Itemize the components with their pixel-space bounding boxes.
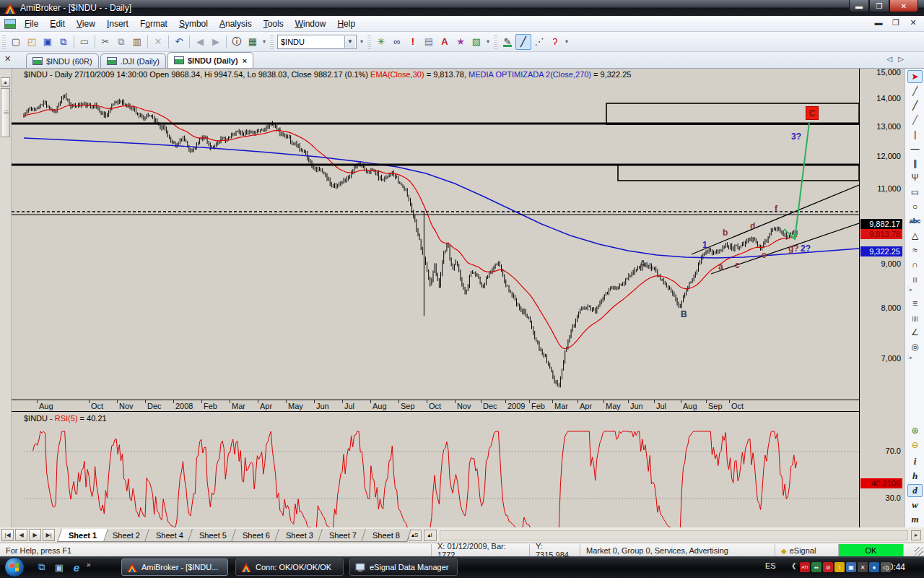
save-icon[interactable]: ▣ (40, 34, 56, 50)
speaker-tray-icon[interactable]: ◁) (881, 562, 891, 572)
globe-network-tray-icon[interactable]: ● (869, 562, 879, 572)
toolbar-overflow-icon[interactable]: ▾ (563, 38, 570, 45)
horizontal-segment-icon[interactable]: ― (907, 142, 923, 155)
paste-icon[interactable]: ▥ (129, 34, 145, 50)
pitchfork-icon[interactable]: Ψ (907, 171, 923, 184)
parallel-lines-icon[interactable]: ∥ (907, 157, 923, 170)
menu-window[interactable]: Window (289, 17, 332, 31)
scroll-up-icon[interactable]: ▲ (1, 77, 10, 87)
sheet-tab-sheet6[interactable]: Sheet 6 (231, 529, 282, 542)
mdi-restore-icon[interactable]: ❐ (889, 18, 902, 27)
interval-w-icon[interactable]: w (907, 499, 923, 512)
vertical-line-icon[interactable]: ❘ (907, 128, 923, 141)
zoom-in-icon[interactable]: ⊕ (907, 424, 923, 437)
close-pane-icon[interactable]: ✕ (4, 54, 11, 64)
open-icon[interactable]: ◰ (24, 34, 40, 50)
sheet-nav-0-icon[interactable]: |◀ (1, 529, 14, 541)
triangle-icon[interactable]: △ (907, 229, 923, 242)
undo-icon[interactable]: ↶ (171, 34, 187, 50)
menu-file[interactable]: File (19, 17, 44, 31)
blocked-tray-icon[interactable]: ⊘ (823, 562, 833, 572)
trendline-icon[interactable]: ╱ (907, 99, 923, 112)
sheet-nav-3-icon[interactable]: ▶| (43, 529, 55, 541)
quicklaunch-expand-icon[interactable]: » (87, 561, 91, 569)
menu-symbol[interactable]: Symbol (173, 17, 214, 31)
sheet-tab-sheet2[interactable]: Sheet 2 (101, 529, 152, 542)
show-desktop-icon[interactable]: ▣ (52, 560, 66, 574)
hook-study-icon[interactable]: ʔ (547, 34, 563, 50)
menu-analysis[interactable]: Analysis (214, 17, 258, 31)
forward-icon[interactable]: ▶ (208, 34, 224, 50)
scroll-right-icon[interactable]: ▸ (911, 530, 921, 540)
horizontal-scrollbar[interactable] (440, 530, 908, 540)
gann-fan-icon[interactable]: ∠ (907, 326, 923, 339)
left-scrollbar[interactable]: ▲ (0, 69, 12, 527)
close-button[interactable]: ✕ (889, 0, 918, 12)
explore-icon[interactable]: ∞ (389, 34, 405, 50)
save-all-icon[interactable]: ⧉ (56, 34, 71, 50)
ellipse-icon[interactable]: ○ (907, 200, 923, 213)
interval-h-icon[interactable]: h (907, 470, 923, 483)
zigzag-icon[interactable]: ≈ (907, 243, 923, 256)
fib-arcs-icon[interactable]: ◎ (907, 340, 923, 353)
scan-icon[interactable]: ! (405, 34, 421, 50)
pencil-icon[interactable]: ✎ (500, 34, 515, 50)
sheet-nav-2-icon[interactable]: ▶ (29, 529, 41, 541)
sheet-tab-sheet7[interactable]: Sheet 7 (318, 529, 368, 542)
scrollbar-thumb[interactable] (1, 88, 10, 137)
menu-edit[interactable]: Edit (44, 17, 71, 31)
chart-arrow-icon[interactable]: ▧ (468, 34, 484, 50)
delete-icon[interactable]: ✕ (150, 34, 166, 50)
copy-icon[interactable]: ⧉ (113, 34, 129, 50)
select-arrow-icon[interactable]: ➤ (907, 70, 923, 83)
symbol-info-icon[interactable]: ⓘ (229, 34, 245, 50)
tab-scroll-right-icon[interactable]: ▷ (898, 55, 904, 63)
mdi-minimize-icon[interactable]: ▬ (872, 18, 885, 27)
start-button[interactable] (4, 557, 25, 577)
new-icon[interactable]: ▢ (8, 34, 24, 50)
line-study-icon[interactable]: ╱ (515, 34, 531, 50)
toolbar-overflow-icon[interactable]: ▾ (484, 38, 492, 45)
language-indicator[interactable]: ES (765, 561, 776, 570)
sheet-tab-sheet1[interactable]: Sheet 1 (57, 529, 108, 542)
wave-c-target-box[interactable]: C (806, 106, 819, 120)
mdi-close-icon[interactable]: ✕ (907, 18, 920, 27)
symbol-combo[interactable]: $INDU▼ (277, 35, 357, 49)
image-viewer-tray-icon[interactable]: ▣ (846, 562, 856, 572)
toolbar-grip[interactable] (270, 35, 274, 49)
ati-tray-icon[interactable]: ATI (800, 562, 810, 572)
quote-editor-icon[interactable]: ▦ (245, 34, 261, 50)
menu-format[interactable]: Format (134, 17, 173, 31)
network-tray-icon[interactable]: ▪▪ (811, 562, 821, 572)
tray-collapse-icon[interactable]: ❮ (791, 562, 797, 569)
tab-scroll-left-icon[interactable]: ◁ (887, 55, 893, 63)
toolbar-more-icon[interactable]: ⁚▸ (907, 287, 913, 293)
tab-close-icon[interactable]: × (243, 56, 247, 65)
target-box[interactable] (618, 165, 859, 181)
interval-m-icon[interactable]: m (907, 513, 923, 526)
back-icon[interactable]: ◀ (192, 34, 208, 50)
resize-grip[interactable] (915, 547, 923, 556)
trend-segment-icon[interactable]: ╱ (907, 85, 923, 98)
toolbar-overflow-icon[interactable]: ▾ (358, 38, 365, 45)
sheet-tab-sheet5[interactable]: Sheet 5 (188, 529, 238, 542)
plug-disconnected-tray-icon[interactable]: ✕ (858, 562, 868, 572)
internet-explorer-icon[interactable]: e (69, 560, 84, 574)
interval-i-icon[interactable]: i (907, 455, 923, 468)
menu-tools[interactable]: Tools (258, 17, 289, 31)
sheet-tab-sheet8[interactable]: Sheet 8 (361, 529, 411, 542)
fib-timezones-icon[interactable]: |||| (907, 311, 923, 324)
menu-insert[interactable]: Insert (101, 17, 134, 31)
toolbar-grip[interactable] (367, 35, 371, 49)
window-switcher-icon[interactable]: ⧉ (35, 560, 49, 574)
trend-channel-line[interactable] (692, 185, 859, 254)
tab--indu-60r-[interactable]: $INDU (60R) (26, 53, 99, 68)
backtest-icon[interactable]: ▤ (421, 34, 437, 50)
tab--indu-daily-[interactable]: $INDU (Daily)× (167, 52, 253, 68)
toolbar-overflow-icon[interactable]: ▾ (261, 38, 268, 45)
zoom-out-icon[interactable]: ⊖ (907, 439, 923, 452)
toolbar-more-icon[interactable]: ⁚▸ (907, 355, 913, 361)
menu-help[interactable]: Help (331, 17, 361, 31)
interval-d-icon[interactable]: d (907, 484, 923, 497)
fib-retracement-icon[interactable]: ≡ (907, 297, 923, 310)
